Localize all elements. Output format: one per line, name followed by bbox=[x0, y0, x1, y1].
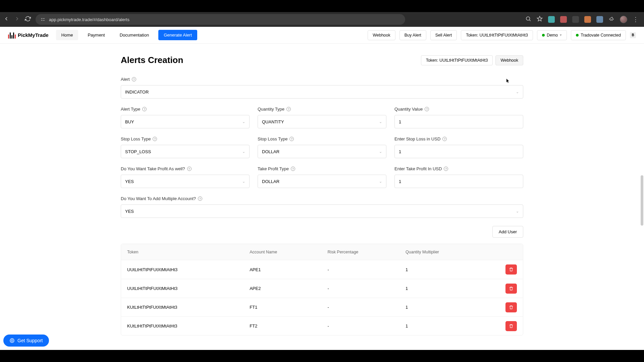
cell-account: FT1 bbox=[250, 305, 327, 310]
sl-type-select[interactable]: STOP_LOSS⌄ bbox=[121, 145, 250, 158]
tp-usd-label: Enter Take Profit In USD bbox=[394, 166, 442, 171]
tp-usd-value: 1 bbox=[399, 179, 401, 184]
help-icon[interactable]: ? bbox=[132, 77, 136, 81]
help-icon[interactable]: ? bbox=[142, 107, 147, 111]
sl-type-label: Stop Loss Type bbox=[121, 136, 151, 141]
delete-row-button[interactable] bbox=[505, 321, 517, 331]
delete-row-button[interactable] bbox=[505, 284, 517, 294]
profile-avatar-icon[interactable] bbox=[620, 16, 627, 23]
svg-point-6 bbox=[11, 340, 13, 341]
qty-value-input[interactable]: 1 bbox=[394, 115, 523, 128]
alert-type-select[interactable]: BUY⌄ bbox=[121, 115, 250, 128]
help-icon[interactable]: ? bbox=[289, 137, 294, 141]
cell-token: UUtLtHtTtPtFUtXtMtAtHt3 bbox=[127, 267, 250, 272]
delete-row-button[interactable] bbox=[505, 264, 517, 275]
cell-account: APE2 bbox=[250, 286, 327, 291]
trash-icon bbox=[509, 267, 514, 272]
star-icon[interactable] bbox=[537, 16, 543, 23]
back-icon[interactable] bbox=[3, 16, 9, 23]
cell-token: UUtLtHtTtPtFUtXtMtAtHt3 bbox=[127, 286, 250, 291]
get-support-button[interactable]: Get Support bbox=[3, 335, 49, 347]
qty-type-label: Quantity Type bbox=[258, 107, 284, 112]
cell-qty: 1 bbox=[406, 323, 483, 328]
help-icon[interactable]: ? bbox=[291, 167, 295, 171]
page-webhook-button[interactable]: Webhook bbox=[495, 55, 523, 65]
tp-type-value: DOLLAR bbox=[262, 179, 279, 184]
extension-icon-5[interactable] bbox=[596, 16, 603, 23]
help-icon[interactable]: ? bbox=[286, 107, 291, 111]
kebab-menu-icon[interactable]: ⋮ bbox=[633, 16, 639, 23]
qty-value: 1 bbox=[399, 119, 401, 124]
tp-type-label: Take Profit Type bbox=[258, 166, 289, 171]
table-row: KUtLtHtTtPtFUtXtMtAtHt3FT2-1 bbox=[121, 316, 523, 335]
help-icon[interactable]: ? bbox=[187, 167, 192, 171]
chevron-down-icon: ⌄ bbox=[516, 209, 519, 214]
app-topnav: PickMyTrade Home Payment Documentation G… bbox=[0, 27, 644, 44]
sl-type2-select[interactable]: DOLLAR⌄ bbox=[258, 145, 386, 158]
add-user-button[interactable]: Add User bbox=[492, 226, 523, 238]
page-token-pill[interactable]: Token: UUtLtHtTtPtFUtXtMtAtHt3 bbox=[421, 55, 493, 65]
user-avatar[interactable]: B bbox=[630, 32, 636, 38]
sl-usd-input[interactable]: 1 bbox=[394, 145, 523, 158]
nav-sell-alert[interactable]: Sell Alert bbox=[430, 30, 457, 40]
site-settings-icon bbox=[40, 17, 46, 22]
nav-documentation[interactable]: Documentation bbox=[114, 30, 154, 40]
forward-icon[interactable] bbox=[14, 16, 20, 23]
extension-icon-3[interactable] bbox=[572, 16, 579, 23]
alert-value: INDICATOR bbox=[125, 89, 149, 95]
svg-point-1 bbox=[41, 20, 42, 21]
nav-generate-alert[interactable]: Generate Alert bbox=[158, 30, 197, 40]
cell-qty: 1 bbox=[406, 286, 483, 291]
tp-usd-input[interactable]: 1 bbox=[394, 175, 523, 188]
extension-icon-4[interactable] bbox=[584, 16, 591, 23]
cell-qty: 1 bbox=[406, 267, 483, 272]
tp-type-select[interactable]: DOLLAR⌄ bbox=[258, 175, 386, 188]
svg-point-0 bbox=[41, 18, 42, 19]
alert-select[interactable]: INDICATOR⌄ bbox=[121, 85, 523, 99]
accounts-table: Token Account Name Risk Percentage Quant… bbox=[121, 244, 523, 336]
tp-want-select[interactable]: YES⌄ bbox=[121, 175, 250, 188]
chevron-down-icon: ⌄ bbox=[379, 149, 382, 154]
support-label: Get Support bbox=[17, 338, 43, 343]
cell-risk: - bbox=[328, 305, 406, 310]
help-icon[interactable]: ? bbox=[198, 196, 202, 201]
sl-usd-label: Enter Stop Loss in USD bbox=[394, 136, 440, 141]
multi-label: Do You Want To Add Multiple Account? bbox=[121, 196, 196, 201]
nav-webhook[interactable]: Webhook bbox=[368, 30, 395, 40]
address-bar[interactable]: app.pickmytrade.trade/#/dashboard/alerts bbox=[36, 14, 405, 25]
svg-point-5 bbox=[10, 339, 14, 343]
sl-type-value: STOP_LOSS bbox=[125, 149, 151, 154]
multi-value: YES bbox=[125, 209, 134, 214]
chevron-down-icon: ⌄ bbox=[242, 179, 245, 184]
nav-environment-select[interactable]: Demo ▾ bbox=[537, 30, 567, 40]
status-dot-icon bbox=[542, 34, 545, 37]
cell-account: FT2 bbox=[250, 323, 327, 328]
chevron-down-icon: ⌄ bbox=[242, 120, 245, 124]
nav-payment[interactable]: Payment bbox=[82, 30, 110, 40]
extension-icon-1[interactable] bbox=[548, 16, 555, 23]
scrollbar-thumb[interactable] bbox=[641, 175, 643, 226]
help-icon[interactable]: ? bbox=[442, 137, 447, 141]
alert-label: Alert bbox=[121, 77, 130, 82]
search-icon[interactable] bbox=[525, 16, 531, 23]
chevron-down-icon: ⌄ bbox=[242, 149, 245, 154]
brand-logo[interactable]: PickMyTrade bbox=[8, 32, 49, 39]
reload-icon[interactable] bbox=[25, 16, 31, 23]
nav-connection-status[interactable]: Tradovate Connected bbox=[571, 30, 626, 40]
cell-risk: - bbox=[328, 323, 406, 328]
delete-row-button[interactable] bbox=[505, 302, 517, 312]
multi-select[interactable]: YES⌄ bbox=[121, 204, 523, 218]
extension-icon-2[interactable] bbox=[560, 16, 567, 23]
sl-usd-value: 1 bbox=[399, 149, 401, 154]
nav-token-pill[interactable]: Token: UUtLtHtTtPtFUtXtMtAtHt3 bbox=[461, 30, 533, 40]
qty-type-value: QUANTITY bbox=[262, 119, 284, 124]
help-icon[interactable]: ? bbox=[444, 167, 448, 171]
help-icon[interactable]: ? bbox=[425, 107, 429, 111]
help-icon[interactable]: ? bbox=[153, 137, 157, 141]
extensions-puzzle-icon[interactable] bbox=[608, 16, 614, 23]
qty-type-select[interactable]: QUANTITY⌄ bbox=[258, 115, 386, 128]
cell-qty: 1 bbox=[406, 305, 483, 310]
table-row: KUtLtHtTtPtFUtXtMtAtHt3FT1-1 bbox=[121, 298, 523, 316]
nav-home[interactable]: Home bbox=[56, 30, 78, 40]
nav-buy-alert[interactable]: Buy Alert bbox=[399, 30, 426, 40]
